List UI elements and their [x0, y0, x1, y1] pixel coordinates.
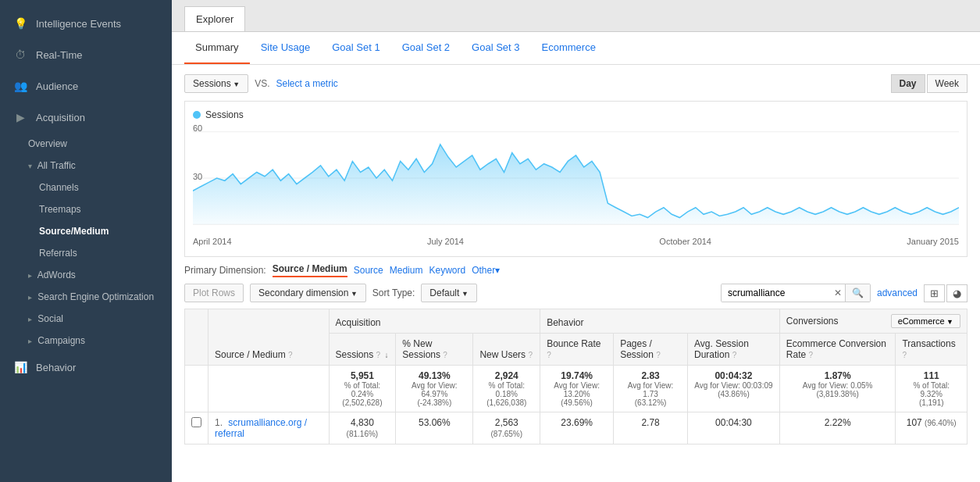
- table-row: 1. scrumalliance.org / referral 4,830 (8…: [185, 412, 968, 445]
- pie-view-button[interactable]: ◕: [946, 284, 968, 302]
- help-icon-transactions[interactable]: ?: [902, 351, 907, 359]
- y-axis-60: 60: [193, 123, 202, 133]
- sidebar-item-social[interactable]: ▸ Social: [0, 308, 172, 330]
- sidebar-item-referrals[interactable]: Referrals: [0, 242, 172, 264]
- sidebar-item-campaigns-label: Campaigns: [37, 335, 85, 346]
- search-submit-icon[interactable]: 🔍: [845, 284, 870, 302]
- th-acquisition-group: Acquisition: [329, 309, 540, 334]
- sessions-legend-label: Sessions: [205, 109, 244, 120]
- select-metric-link[interactable]: Select a metric: [276, 78, 337, 89]
- x-label-october: October 2014: [659, 237, 711, 246]
- view-icons: ⊞ ◕: [924, 284, 968, 302]
- metric-dropdown[interactable]: Sessions: [184, 74, 248, 93]
- chevron-right-campaigns-icon: ▸: [28, 337, 32, 345]
- th-avg-session-duration: Avg. Session Duration ?: [688, 334, 780, 366]
- tabs-row: Summary Site Usage Goal Set 1 Goal Set 2…: [172, 32, 980, 65]
- tab-goal-set-2[interactable]: Goal Set 2: [391, 32, 461, 64]
- sidebar-item-intelligence[interactable]: 💡 Intelligence Events: [0, 8, 172, 39]
- row1-ecommerce-cr: 2.22%: [779, 412, 896, 445]
- day-button[interactable]: Day: [891, 74, 925, 93]
- th-pct-new-sessions: % New Sessions ?: [396, 334, 473, 366]
- tab-site-usage[interactable]: Site Usage: [250, 32, 322, 64]
- x-axis-labels: April 2014 July 2014 October 2014 Januar…: [193, 235, 959, 248]
- primary-dimension-label: Primary Dimension:: [184, 265, 266, 276]
- tab-goal-set-3[interactable]: Goal Set 3: [461, 32, 530, 64]
- sidebar-item-channels[interactable]: Channels: [0, 177, 172, 198]
- data-table: Source / Medium ? Acquisition Behavior C…: [184, 309, 968, 445]
- row1-new-users: 2,563 (87.65%): [473, 412, 540, 445]
- sidebar-item-all-traffic[interactable]: ▾ All Traffic: [0, 155, 172, 177]
- tab-summary[interactable]: Summary: [184, 32, 250, 64]
- chevron-down-icon: ▾: [28, 162, 32, 170]
- tab-ecommerce[interactable]: Ecommerce: [531, 32, 607, 64]
- sidebar: 💡 Intelligence Events ⏱ Real-Time 👥 Audi…: [0, 0, 172, 482]
- help-icon-duration[interactable]: ?: [732, 351, 737, 359]
- row1-transactions: 107 (96.40%): [896, 412, 968, 445]
- row1-pages-session: 2.78: [614, 412, 688, 445]
- totals-pages-session: 2.83 Avg for View: 1.73 (63.12%): [614, 366, 688, 412]
- totals-ecommerce-cr: 1.87% Avg for View: 0.05% (3,819.38%): [779, 366, 896, 412]
- chart-controls-left: Sessions VS. Select a metric: [184, 74, 338, 93]
- row1-source-medium[interactable]: 1. scrumalliance.org / referral: [208, 412, 330, 445]
- dim-keyword[interactable]: Keyword: [429, 265, 465, 276]
- search-input[interactable]: [722, 284, 831, 302]
- sort-type-dropdown[interactable]: Default: [421, 284, 476, 302]
- th-source-medium: Source / Medium ?: [208, 309, 330, 366]
- row1-checkbox[interactable]: [185, 412, 208, 445]
- ecommerce-dropdown-button[interactable]: eCommerce: [891, 314, 960, 328]
- help-icon-sessions[interactable]: ?: [376, 351, 381, 359]
- chart-controls-right: Day Week: [891, 74, 968, 93]
- sidebar-item-source-medium[interactable]: Source/Medium: [0, 220, 172, 242]
- sidebar-item-audience[interactable]: 👥 Audience: [0, 70, 172, 102]
- dimension-row: Primary Dimension: Source / Medium Sourc…: [184, 263, 968, 277]
- th-conversions-group: Conversions eCommerce: [779, 309, 967, 334]
- sidebar-item-all-traffic-label: All Traffic: [37, 160, 76, 171]
- secondary-dimension-dropdown[interactable]: Secondary dimension: [250, 284, 366, 302]
- help-icon-bounce[interactable]: ?: [547, 351, 551, 359]
- chevron-right-social-icon: ▸: [28, 315, 32, 323]
- sidebar-item-adwords-label: AdWords: [37, 270, 76, 280]
- totals-avg-duration: 00:04:32 Avg for View: 00:03:09 (43.86%): [688, 366, 780, 412]
- chart-legend: Sessions: [193, 109, 959, 120]
- dim-source-medium[interactable]: Source / Medium: [273, 263, 347, 277]
- sidebar-item-acquisition[interactable]: ▶ Acquisition: [0, 102, 172, 133]
- totals-checkbox-cell: [185, 366, 208, 412]
- sidebar-item-overview-label: Overview: [28, 138, 67, 149]
- search-clear-icon[interactable]: ✕: [831, 284, 845, 302]
- row1-sessions: 4,830 (81.16%): [329, 412, 396, 445]
- help-icon-new-users[interactable]: ?: [528, 351, 533, 359]
- week-button[interactable]: Week: [927, 74, 968, 93]
- advanced-link[interactable]: advanced: [877, 287, 918, 298]
- th-new-users: New Users ?: [473, 334, 540, 366]
- sidebar-item-behavior[interactable]: 📊 Behavior: [0, 352, 172, 383]
- help-icon-pct-new[interactable]: ?: [443, 351, 447, 359]
- chevron-right-icon: ▸: [28, 271, 32, 280]
- sort-sessions-icon[interactable]: [384, 351, 388, 359]
- sidebar-item-overview[interactable]: Overview: [0, 133, 172, 155]
- sidebar-item-adwords[interactable]: ▸ AdWords: [0, 264, 172, 286]
- chevron-right-seo-icon: ▸: [28, 293, 32, 302]
- tab-goal-set-1[interactable]: Goal Set 1: [321, 32, 390, 64]
- sidebar-item-realtime[interactable]: ⏱ Real-Time: [0, 39, 172, 70]
- th-transactions: Transactions ?: [896, 334, 968, 366]
- sidebar-item-behavior-label: Behavior: [36, 362, 76, 373]
- help-icon-source-medium[interactable]: ?: [288, 351, 293, 359]
- sidebar-item-seo[interactable]: ▸ Search Engine Optimization: [0, 286, 172, 308]
- sidebar-item-treemaps[interactable]: Treemaps: [0, 198, 172, 220]
- help-icon-ecr[interactable]: ?: [809, 351, 814, 359]
- dim-source[interactable]: Source: [354, 265, 383, 276]
- sidebar-item-channels-label: Channels: [39, 182, 79, 193]
- vs-text: VS.: [255, 78, 269, 89]
- dim-medium[interactable]: Medium: [390, 265, 423, 276]
- plot-rows-button[interactable]: Plot Rows: [184, 284, 244, 302]
- sidebar-item-campaigns[interactable]: ▸ Campaigns: [0, 330, 172, 352]
- dim-other-dropdown[interactable]: Other ▾: [472, 265, 500, 276]
- table-controls: Plot Rows Secondary dimension Sort Type:…: [184, 284, 968, 302]
- row1-pct-new-sessions: 53.06%: [396, 412, 473, 445]
- grid-view-button[interactable]: ⊞: [924, 284, 945, 302]
- totals-sessions: 5,951 % of Total: 0.24% (2,502,628): [329, 366, 396, 412]
- explorer-tab[interactable]: Explorer: [184, 6, 245, 31]
- sidebar-item-audience-label: Audience: [36, 80, 78, 92]
- help-icon-pages[interactable]: ?: [656, 351, 661, 359]
- th-pages-session: Pages / Session ?: [614, 334, 688, 366]
